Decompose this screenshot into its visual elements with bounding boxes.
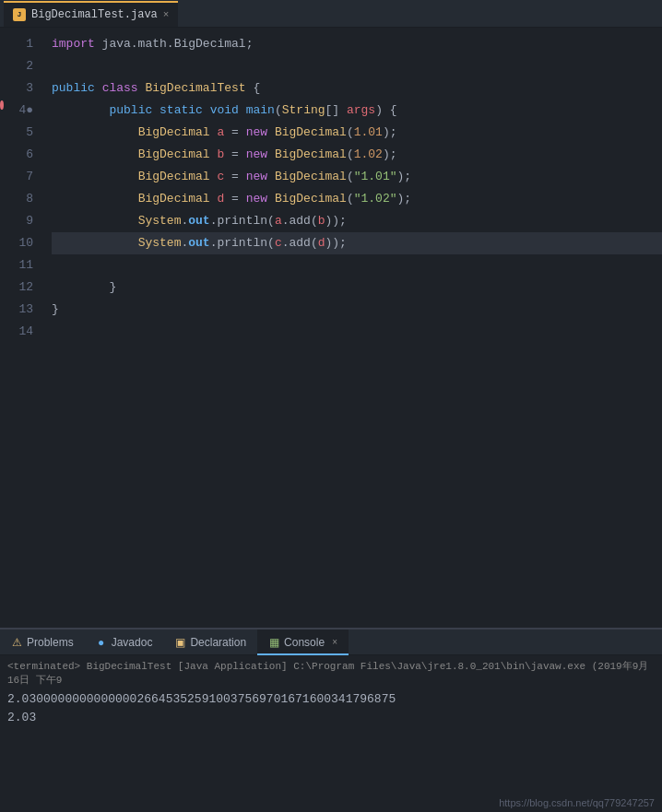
line-num-8: 8 (4, 188, 33, 210)
line-num-7: 7 (4, 166, 33, 188)
console-output-area: <terminated> BigDecimalTest [Java Applic… (0, 655, 662, 812)
bottom-tab-bar: ⚠ Problems ● Javadoc ▣ Declaration ▦ Con… (0, 630, 662, 655)
tab-label: BigDecimalTest.java (31, 8, 158, 21)
line-num-1: 1 (4, 33, 33, 55)
declaration-icon: ▣ (174, 637, 185, 648)
tab-problems[interactable]: ⚠ Problems (0, 630, 85, 655)
line-num-5: 5 (4, 122, 33, 144)
code-line-10: System.out.println(c.add(d)); (52, 232, 662, 254)
bottom-panel: ⚠ Problems ● Javadoc ▣ Declaration ▦ Con… (0, 628, 662, 812)
javadoc-label: Javadoc (112, 636, 153, 649)
line-numbers: 1 2 3 4● 5 6 7 8 9 10 11 12 13 14 (4, 28, 41, 628)
java-file-icon: J (13, 8, 26, 21)
code-line-7: BigDecimal c = new BigDecimal("1.01"); (52, 166, 662, 188)
line-num-9: 9 (4, 210, 33, 232)
line-num-11: 11 (4, 254, 33, 277)
line-num-2: 2 (4, 55, 33, 77)
editor-tab[interactable]: J BigDecimalTest.java × (4, 1, 178, 27)
line-num-10: 10 (4, 232, 33, 254)
code-line-14 (52, 321, 662, 343)
tab-console[interactable]: ▦ Console × (257, 630, 349, 655)
line-num-3: 3 (4, 77, 33, 100)
tab-javadoc[interactable]: ● Javadoc (85, 630, 164, 655)
console-icon: ▦ (268, 637, 279, 648)
tab-close-button[interactable]: × (163, 9, 170, 20)
javadoc-icon: ● (96, 637, 107, 648)
code-line-5: BigDecimal a = new BigDecimal(1.01); (52, 122, 662, 144)
code-line-1: import java.math.BigDecimal; (52, 33, 662, 55)
code-line-13: } (52, 299, 662, 321)
line-num-4: 4● (4, 100, 33, 122)
code-line-4: public static void main(String[] args) { (52, 100, 662, 122)
line-num-12: 12 (4, 277, 33, 299)
line-num-13: 13 (4, 299, 33, 321)
code-line-2 (52, 55, 662, 77)
console-close-button[interactable]: × (332, 637, 337, 647)
code-line-9: System.out.println(a.add(b)); (52, 210, 662, 232)
console-output-line1: 2.03000000000000002664535259100375697016… (7, 690, 655, 709)
editor-area: 1 2 3 4● 5 6 7 8 9 10 11 12 13 14 import… (0, 28, 662, 628)
tab-declaration[interactable]: ▣ Declaration (163, 630, 257, 655)
problems-icon: ⚠ (11, 637, 22, 648)
declaration-label: Declaration (190, 636, 246, 649)
problems-label: Problems (27, 636, 74, 649)
code-content[interactable]: import java.math.BigDecimal; public clas… (41, 28, 662, 628)
code-line-12: } (52, 277, 662, 299)
line-num-6: 6 (4, 144, 33, 166)
code-line-6: BigDecimal b = new BigDecimal(1.02); (52, 144, 662, 166)
code-line-8: BigDecimal d = new BigDecimal("1.02"); (52, 188, 662, 210)
console-label: Console (284, 636, 325, 649)
watermark: https://blog.csdn.net/qq779247257 (499, 797, 655, 808)
code-line-3: public class BigDecimalTest { (52, 77, 662, 100)
console-terminated-text: <terminated> BigDecimalTest [Java Applic… (7, 659, 655, 687)
line-num-14: 14 (4, 321, 33, 343)
code-line-11 (52, 254, 662, 277)
tab-bar: J BigDecimalTest.java × (0, 0, 662, 28)
console-output-line2: 2.03 (7, 709, 655, 727)
